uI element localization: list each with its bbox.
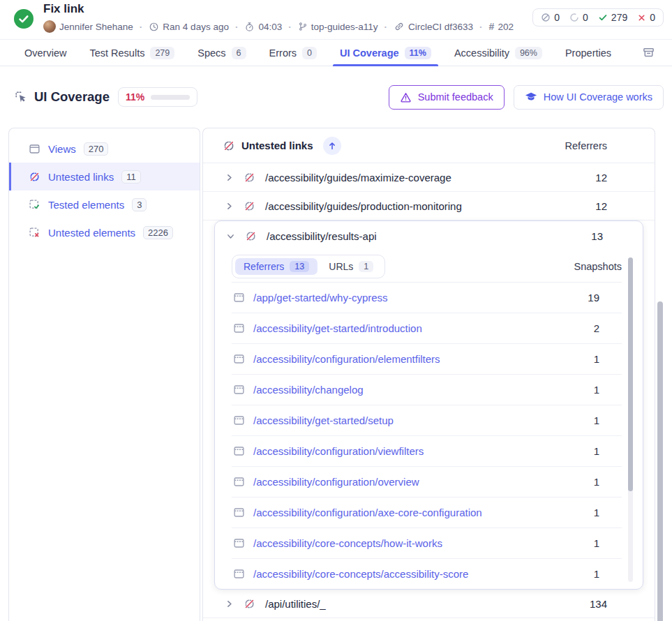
referrer-row[interactable]: /accessibility/configuration/elementfilt… — [232, 344, 622, 375]
section-title: UI Coverage — [34, 89, 110, 105]
link-slash-icon — [223, 140, 235, 152]
referrer-row[interactable]: /accessibility/get-started/setup 1 — [232, 405, 622, 436]
referrer-link[interactable]: /accessibility/core-concepts/how-it-work… — [253, 537, 442, 549]
tab-test-results[interactable]: Test Results279 — [89, 40, 174, 66]
build-number-label: 202 — [498, 22, 514, 32]
untested-link-row[interactable]: /api/utilities/_ 134 — [203, 590, 655, 618]
chevron-right-icon[interactable] — [225, 202, 234, 211]
skipped-value: 0 — [554, 12, 560, 23]
skipped-count: 0 — [541, 12, 560, 23]
tab-referrers[interactable]: Referrers 13 — [235, 258, 318, 275]
chevron-right-icon[interactable] — [225, 599, 234, 608]
referrer-link[interactable]: /accessibility/core-concepts/accessibili… — [253, 568, 468, 580]
referrer-link[interactable]: /accessibility/configuration/elementfilt… — [253, 353, 440, 365]
referrer-row[interactable]: /accessibility/configuration/viewfilters… — [232, 436, 622, 467]
link-path: /accessibility/guides/production-monitor… — [265, 200, 462, 212]
detail-tab-group: Referrers 13 URLs 1 — [232, 255, 385, 278]
snapshot-count: 1 — [594, 414, 599, 426]
separator — [288, 22, 292, 32]
link-slash-icon — [244, 200, 255, 212]
separator — [384, 22, 388, 32]
chevron-down-icon[interactable] — [226, 232, 235, 241]
link-slash-icon — [244, 598, 255, 610]
tab-urls[interactable]: URLs 1 — [320, 258, 382, 275]
ci-build[interactable]: CircleCI df3633 — [394, 21, 473, 32]
sidebar-item-label: Untested elements — [48, 227, 135, 239]
referrer-count: 13 — [591, 230, 603, 242]
coverage-score-pill: 11% — [118, 87, 197, 107]
chevron-right-icon[interactable] — [225, 173, 234, 182]
tab-badge: 96% — [515, 47, 542, 59]
referrer-row[interactable]: /accessibility/core-concepts/how-it-work… — [232, 528, 622, 559]
tab-errors[interactable]: Errors0 — [269, 40, 317, 66]
detail-scrollbar-track[interactable] — [628, 257, 633, 582]
referrer-row[interactable]: /accessibility/configuration/overview 1 — [232, 467, 622, 497]
tab-badge: 1 — [359, 261, 373, 272]
clock-icon — [149, 22, 159, 32]
sidebar-item-label: Tested elements — [48, 199, 124, 211]
window-icon — [233, 476, 245, 488]
link-icon — [394, 21, 405, 32]
referrer-row[interactable]: /app/get-started/why-cypress 19 — [232, 283, 622, 313]
untested-links-header: Untested links Referrers — [203, 128, 655, 163]
referrer-row[interactable]: /accessibility/changelog 1 — [232, 375, 622, 405]
window-icon — [29, 143, 40, 155]
cursor-click-icon — [14, 90, 28, 104]
untested-link-row[interactable]: /accessibility/guides/production-monitor… — [203, 192, 655, 220]
sidebar-item-badge: 3 — [132, 198, 147, 211]
git-branch-icon — [298, 22, 308, 31]
tab-label: Specs — [197, 47, 225, 59]
how-ui-coverage-works-button[interactable]: How UI Coverage works — [514, 85, 664, 110]
branch[interactable]: top-guides-a11y — [298, 22, 378, 32]
tab-specs[interactable]: Specs6 — [197, 40, 246, 66]
snapshot-count: 1 — [594, 384, 599, 396]
tab-label: Referrers — [244, 261, 284, 272]
referrer-row[interactable]: /accessibility/configuration/axe-core-co… — [232, 497, 622, 528]
avatar — [43, 20, 56, 33]
link-slash-icon — [29, 171, 40, 183]
detail-scrollbar-thumb[interactable] — [628, 257, 633, 491]
referrer-row[interactable]: /accessibility/get-started/introduction … — [232, 313, 622, 344]
hash-icon — [489, 21, 495, 32]
ui-coverage-section-header: UI Coverage 11% Submit feedback How UI C… — [0, 84, 672, 110]
tab-label: Test Results — [89, 47, 144, 59]
referrer-link[interactable]: /app/get-started/why-cypress — [253, 292, 388, 304]
archive-icon[interactable] — [642, 46, 655, 59]
sidebar-item-untested-elements[interactable]: Untested elements 2226 — [9, 218, 200, 246]
referrer-link[interactable]: /accessibility/get-started/introduction — [253, 322, 422, 334]
link-slash-icon — [244, 172, 255, 184]
tab-badge: 0 — [302, 47, 317, 59]
referrer-row[interactable]: /accessibility/core-concepts/accessibili… — [232, 559, 622, 589]
expanded-link-card: /accessibility/results-api 13 Referrers … — [214, 220, 643, 590]
untested-link-row-expanded[interactable]: /accessibility/results-api 13 — [215, 221, 643, 250]
referrer-count: 134 — [590, 598, 607, 610]
sidebar-item-tested-elements[interactable]: Tested elements 3 — [9, 190, 200, 218]
separator — [479, 22, 483, 32]
sidebar-item-untested-links[interactable]: Untested links 11 — [9, 163, 200, 190]
referrer-link[interactable]: /accessibility/get-started/setup — [253, 414, 394, 426]
skipped-icon — [541, 13, 551, 22]
tab-overview[interactable]: Overview — [24, 40, 66, 66]
submit-feedback-button[interactable]: Submit feedback — [389, 85, 505, 110]
failed-icon — [637, 13, 646, 22]
tab-accessibility[interactable]: Accessibility96% — [454, 40, 542, 66]
untested-link-row[interactable]: /accessibility/guides/maximize-coverage … — [203, 163, 655, 192]
referrer-link[interactable]: /accessibility/configuration/overview — [253, 476, 419, 488]
tab-ui-coverage[interactable]: UI Coverage11% — [340, 40, 431, 66]
window-icon — [233, 568, 245, 580]
author[interactable]: Jennifer Shehane — [43, 20, 133, 33]
link-path: /accessibility/results-api — [267, 230, 377, 242]
separator — [140, 22, 143, 32]
page-scrollbar-thumb[interactable] — [657, 301, 663, 621]
submit-feedback-label: Submit feedback — [418, 91, 493, 103]
pending-value: 0 — [583, 12, 588, 23]
referrer-link[interactable]: /accessibility/changelog — [253, 384, 364, 396]
detail-tabs-row: Referrers 13 URLs 1 Snapshots — [232, 250, 622, 283]
sidebar-item-views[interactable]: Views 270 — [9, 135, 200, 163]
tab-properties[interactable]: Properties — [565, 40, 611, 66]
tab-label: Errors — [269, 47, 297, 59]
tab-badge: 11% — [405, 47, 431, 59]
referrer-link[interactable]: /accessibility/configuration/axe-core-co… — [253, 507, 482, 518]
sort-ascending-button[interactable] — [323, 137, 341, 155]
referrer-link[interactable]: /accessibility/configuration/viewfilters — [253, 445, 424, 457]
